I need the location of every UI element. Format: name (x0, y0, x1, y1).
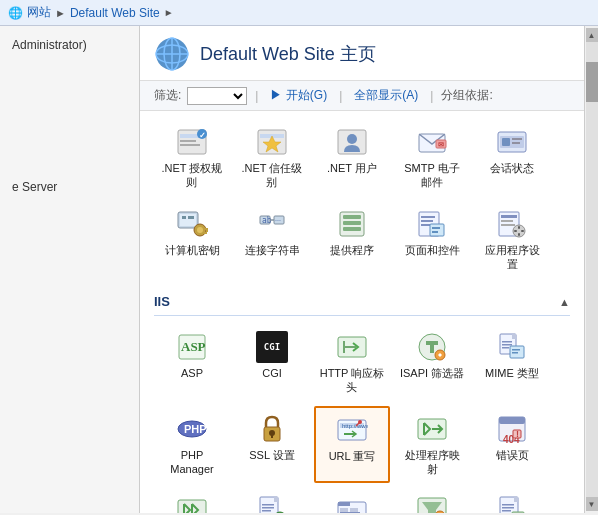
icon-ssl[interactable]: SSL 设置 (234, 406, 310, 484)
svg-rect-104 (340, 512, 360, 513)
filter-label: 筛选: (154, 87, 181, 104)
svg-rect-114 (512, 512, 524, 513)
svg-rect-23 (512, 142, 520, 144)
dir-browsing-icon (336, 494, 368, 513)
handler-mapping-label: 处理程序映射 (405, 448, 460, 477)
svg-rect-77 (271, 434, 273, 438)
icon-net-trust[interactable]: .NET 信任级别 (234, 119, 310, 197)
ssl-label: SSL 设置 (249, 448, 294, 462)
svg-rect-102 (340, 508, 348, 513)
svg-rect-69 (502, 347, 509, 349)
svg-rect-40 (343, 221, 361, 225)
scrollbar[interactable]: ▲ ▼ (584, 26, 598, 513)
svg-rect-39 (343, 215, 361, 219)
icon-net-users[interactable]: .NET 用户 (314, 119, 390, 197)
icon-smtp[interactable]: ✉ SMTP 电子邮件 (394, 119, 470, 197)
error-pages-label: 错误页 (496, 448, 529, 462)
svg-text:✓: ✓ (277, 512, 285, 513)
default-doc-icon: ✓ (256, 494, 288, 513)
svg-rect-55 (518, 233, 520, 236)
breadcrumb-bar: 🌐 网站 ► Default Web Site ► (0, 0, 598, 26)
svg-rect-26 (182, 216, 186, 219)
pages-ctrl-label: 页面和控件 (405, 243, 460, 257)
conn-string-icon: ab ··· (256, 208, 288, 240)
svg-rect-31 (206, 230, 208, 232)
page-title: Default Web Site 主页 (200, 42, 376, 66)
icon-session[interactable]: 会话状态 (474, 119, 550, 197)
svg-rect-43 (421, 216, 435, 218)
aspnet-icons-grid: ✓ .NET 授权规则 .NET 信任级别 (154, 119, 570, 197)
svg-rect-67 (502, 341, 512, 343)
svg-rect-51 (501, 220, 513, 222)
icon-request-filter[interactable]: 请求筛选 (394, 487, 470, 513)
toolbar-sep1: | (255, 89, 258, 103)
svg-rect-27 (188, 216, 194, 219)
group-label: 分组依据: (441, 87, 492, 104)
icon-logging[interactable]: 日志 (474, 487, 550, 513)
breadcrumb-child[interactable]: Default Web Site (70, 6, 160, 20)
svg-rect-72 (512, 352, 518, 354)
machine-key-icon (176, 208, 208, 240)
icon-error-pages[interactable]: 404 ! 错误页 (474, 406, 550, 484)
sidebar-server[interactable]: e Server (4, 176, 135, 198)
mime-label: MIME 类型 (485, 366, 539, 380)
app-settings-icon (496, 208, 528, 240)
scroll-up-button[interactable]: ▲ (586, 28, 598, 42)
icon-pages-ctrl[interactable]: 页面和控件 (394, 201, 470, 279)
show-all-button[interactable]: 全部显示(A) (350, 86, 422, 105)
php-label: PHPManager (170, 448, 213, 477)
icon-mime[interactable]: MIME 类型 (474, 324, 550, 402)
svg-rect-41 (343, 227, 361, 231)
svg-point-15 (347, 134, 357, 144)
svg-marker-66 (512, 334, 516, 339)
svg-rect-103 (350, 508, 358, 513)
icon-default-doc[interactable]: ✓ 默认文档 (234, 487, 310, 513)
session-label: 会话状态 (490, 161, 534, 175)
page-header: Default Web Site 主页 (140, 26, 584, 81)
aspnet-section2: 计算机密钥 ab ··· 连接字符串 (140, 201, 584, 283)
page-header-icon (154, 36, 190, 72)
isapi-icon (416, 331, 448, 363)
http-response-icon (336, 331, 368, 363)
svg-rect-32 (204, 232, 207, 234)
svg-rect-8 (180, 144, 200, 146)
svg-text:···: ··· (275, 217, 281, 224)
sidebar-admin[interactable]: Administrator) (4, 34, 135, 56)
iis-collapse-button[interactable]: ▲ (559, 296, 570, 308)
scroll-track (586, 42, 598, 497)
svg-rect-21 (502, 138, 510, 146)
scroll-down-button[interactable]: ▼ (586, 497, 598, 511)
icon-http-response[interactable]: HTTP 响应标头 (314, 324, 390, 402)
svg-rect-112 (502, 510, 511, 512)
icon-handler-mapping[interactable]: 处理程序映射 (394, 406, 470, 484)
isapi-label: ISAPI 筛选器 (400, 366, 464, 380)
ssl-icon (256, 413, 288, 445)
icon-url-rewrite[interactable]: http://www URL 重写 (314, 406, 390, 484)
start-button[interactable]: ▶ 开始(G) (266, 86, 331, 105)
icon-net-auth[interactable]: ✓ .NET 授权规则 (154, 119, 230, 197)
error-pages-icon: 404 ! (496, 413, 528, 445)
svg-rect-68 (502, 344, 512, 346)
icon-isapi[interactable]: ISAPI 筛选器 (394, 324, 470, 402)
cgi-label: CGI (262, 366, 282, 380)
svg-rect-22 (512, 138, 522, 140)
svg-rect-97 (262, 507, 274, 509)
icon-cgi[interactable]: CGI CGI (234, 324, 310, 402)
breadcrumb-root[interactable]: 网站 (27, 4, 51, 21)
icon-php[interactable]: PHP PHPManager (154, 406, 230, 484)
cgi-icon: CGI (256, 331, 288, 363)
net-trust-label: .NET 信任级别 (242, 161, 303, 190)
toolbar-sep3: | (430, 89, 433, 103)
icon-conn-string[interactable]: ab ··· 连接字符串 (234, 201, 310, 279)
home-icon: 🌐 (8, 6, 23, 20)
scroll-thumb[interactable] (586, 62, 598, 102)
icon-asp[interactable]: ASP ASP (154, 324, 230, 402)
icon-modules[interactable]: 模块 (154, 487, 230, 513)
icon-machine-key[interactable]: 计算机密钥 (154, 201, 230, 279)
svg-rect-52 (501, 224, 515, 226)
icon-dir-browsing[interactable]: 目录浏览 (314, 487, 390, 513)
machine-key-label: 计算机密钥 (165, 243, 220, 257)
icon-app-settings[interactable]: 应用程序设置 (474, 201, 550, 279)
filter-select[interactable] (187, 87, 247, 105)
icon-provider[interactable]: 提供程序 (314, 201, 390, 279)
